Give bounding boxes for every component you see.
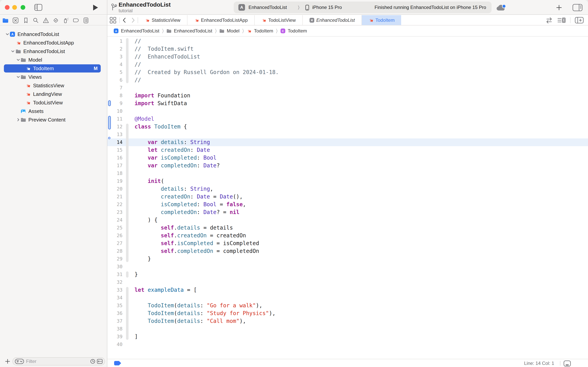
line-number[interactable]: 15 [107, 146, 123, 154]
chevron-right-icon[interactable] [16, 117, 21, 123]
code-line[interactable]: // [134, 61, 141, 68]
recent-filter-icon[interactable] [90, 359, 95, 364]
line-number[interactable]: 6 [107, 76, 123, 84]
line-number[interactable]: 31 [107, 271, 123, 278]
sidebar-item-LandingView[interactable]: LandingView [0, 90, 107, 98]
line-number[interactable]: 19 [107, 177, 123, 185]
line-number[interactable]: 35 [107, 302, 123, 309]
code-line[interactable]: var completedOn: Date? [134, 162, 220, 169]
code-line[interactable]: // TodoItem.swift [134, 45, 193, 53]
line-number[interactable]: 4 [107, 61, 123, 68]
code-line[interactable]: @Model [134, 115, 154, 123]
line-number[interactable]: 7 [107, 84, 123, 92]
line-number[interactable]: 10 [107, 107, 123, 115]
navigator-tab-source-control-navigator[interactable] [12, 17, 19, 24]
sidebar-item-EnhancedTodoList[interactable]: EnhancedTodoList [0, 47, 107, 56]
line-number[interactable]: 18 [107, 169, 123, 177]
line-number[interactable]: 40 [107, 341, 123, 348]
close-window-button[interactable] [5, 5, 9, 10]
sidebar-item-Model[interactable]: Model [0, 56, 107, 64]
sidebar-item-StatisticsView[interactable]: StatisticsView [0, 81, 107, 90]
code-line[interactable]: } [134, 271, 138, 278]
line-number[interactable]: 14 [107, 138, 123, 146]
line-number[interactable]: 2 [107, 45, 123, 53]
sidebar-item-EnhancedTodoList[interactable]: AEnhancedTodoList [0, 30, 107, 39]
code-line[interactable]: self.createdOn = createdOn [134, 232, 246, 240]
code-line[interactable]: details: String, [134, 185, 213, 193]
tab-EnhancedTodoListApp[interactable]: EnhancedTodoListApp [187, 15, 254, 25]
related-items-icon[interactable] [109, 17, 117, 24]
back-button[interactable] [122, 17, 127, 23]
line-number[interactable]: 33 [107, 286, 123, 294]
navigator-tab-find-navigator[interactable] [33, 17, 39, 24]
forward-button[interactable] [131, 17, 136, 23]
navigator-tab-issues-navigator[interactable] [43, 17, 49, 24]
code-line[interactable]: // Created by Russell Gordon on 2024-01-… [134, 68, 279, 76]
line-number[interactable]: 17 [107, 162, 123, 169]
breadcrumb-item-TodoItem[interactable]: TodoItem [247, 28, 273, 34]
code-line[interactable]: // [134, 76, 141, 84]
line-number[interactable]: 22 [107, 200, 123, 209]
line-number[interactable]: 27 [107, 240, 123, 247]
breadcrumb-item-Model[interactable]: Model [219, 28, 239, 34]
filter-input[interactable] [26, 358, 80, 365]
editor-mode-icon[interactable] [563, 360, 571, 367]
filter-icon[interactable] [15, 359, 24, 364]
chevron-down-icon[interactable] [16, 57, 21, 63]
line-number[interactable]: 25 [107, 224, 123, 232]
sidebar-item-TodoListView[interactable]: TodoListView [0, 98, 107, 107]
line-number[interactable]: 11 [107, 115, 123, 123]
code-line[interactable]: // [134, 37, 141, 45]
code-line[interactable]: // EnhancedTodoList [134, 53, 200, 61]
code-line[interactable]: import SwiftData [134, 100, 187, 107]
code-area[interactable]: 1//2// TodoItem.swift3// EnhancedTodoLis… [107, 37, 588, 359]
code-line[interactable]: self.isCompleted = isCompleted [134, 240, 259, 247]
sidebar-item-Assets[interactable]: Assets [0, 107, 107, 116]
code-fold-ribbon[interactable] [126, 271, 128, 278]
cloud-status-icon[interactable] [496, 3, 507, 12]
zoom-window-button[interactable] [21, 5, 25, 10]
add-editor-icon[interactable] [575, 17, 584, 24]
line-number[interactable]: 37 [107, 317, 123, 325]
line-number[interactable]: 34 [107, 294, 123, 302]
code-fold-ribbon[interactable] [126, 124, 128, 262]
chevron-down-icon[interactable] [10, 49, 16, 54]
line-number[interactable]: 13 [107, 131, 123, 138]
breadcrumb-item-EnhancedTodoList[interactable]: EnhancedTodoList [167, 28, 212, 34]
code-line[interactable]: let exampleData = [ [134, 286, 197, 294]
navigator-tab-breakpoints-navigator[interactable] [73, 17, 79, 24]
sidebar-item-Preview-Content[interactable]: Preview Content [0, 116, 107, 124]
line-number[interactable]: 1 [107, 37, 123, 45]
editor-options-icon[interactable] [557, 17, 566, 24]
navigator-tab-bookmarks-navigator[interactable] [23, 17, 29, 24]
code-line[interactable]: TodoItem(details: "Study for Physics"), [134, 309, 276, 317]
scm-filter-icon[interactable] [97, 359, 103, 364]
navigator-tab-project-navigator[interactable] [2, 17, 8, 24]
run-destination[interactable]: iPhone 15 Pro [312, 1, 342, 13]
chevron-down-icon[interactable] [16, 74, 21, 80]
line-number[interactable]: 12 [107, 123, 123, 131]
code-line[interactable]: createdOn: Date = Date(), [134, 193, 243, 200]
breadcrumb-item-TodoItem[interactable]: CTodoItem [280, 28, 307, 34]
navigator-toggle-icon[interactable] [34, 3, 42, 11]
line-number[interactable]: 36 [107, 309, 123, 317]
line-number[interactable]: 38 [107, 325, 123, 333]
navigator-tab-tests-navigator[interactable] [53, 17, 59, 24]
code-fold-ribbon[interactable] [126, 287, 128, 340]
tab-EnhancedTodoList[interactable]: EnhancedTodoList [303, 15, 361, 25]
filter-field[interactable] [12, 357, 105, 366]
code-line[interactable]: ) { [134, 216, 158, 224]
line-number[interactable]: 26 [107, 232, 123, 240]
code-line[interactable]: TodoItem(details: "Go for a walk"), [134, 302, 262, 309]
inspector-toggle-icon[interactable] [572, 4, 583, 11]
code-line[interactable]: var details: String [134, 138, 210, 146]
code-line[interactable]: class TodoItem { [134, 123, 187, 131]
line-number[interactable]: 5 [107, 68, 123, 76]
tab-TodoItem[interactable]: TodoItem [362, 15, 401, 25]
minimize-window-button[interactable] [12, 5, 17, 10]
line-number[interactable]: 16 [107, 154, 123, 162]
line-number[interactable]: 21 [107, 193, 123, 200]
new-tab-button[interactable] [556, 4, 562, 11]
code-line[interactable]: init( [134, 177, 164, 185]
line-number[interactable]: 20 [107, 185, 123, 193]
